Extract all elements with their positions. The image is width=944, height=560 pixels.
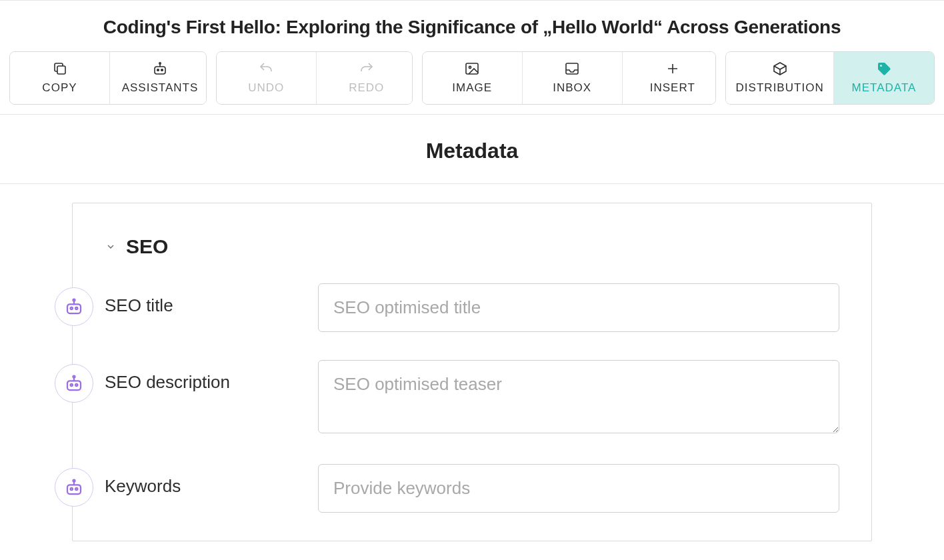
svg-point-11 xyxy=(73,299,75,301)
assistant-bubble-seo-title[interactable] xyxy=(55,287,93,326)
assistants-button[interactable]: ASSISTANTS xyxy=(110,52,207,104)
svg-rect-0 xyxy=(57,66,65,74)
seo-panel: SEO SEO title SEO description xyxy=(72,203,872,541)
image-icon xyxy=(463,60,481,77)
svg-point-14 xyxy=(75,384,77,386)
assistants-label: ASSISTANTS xyxy=(122,81,199,95)
section-header: Metadata xyxy=(0,115,944,184)
robot-icon xyxy=(64,297,84,317)
svg-point-2 xyxy=(157,69,159,71)
assistant-bubble-seo-description[interactable] xyxy=(55,364,93,403)
keywords-label: Keywords xyxy=(105,464,298,497)
distribution-button[interactable]: DISTRIBUTION xyxy=(726,52,834,104)
robot-icon xyxy=(64,477,84,497)
inbox-label: INBOX xyxy=(553,81,591,95)
copy-label: COPY xyxy=(42,81,77,95)
field-row-keywords: Keywords xyxy=(105,464,839,513)
title-bar: Coding's First Hello: Exploring the Sign… xyxy=(0,0,944,51)
assistant-bubble-keywords[interactable] xyxy=(55,468,93,507)
copy-button[interactable]: COPY xyxy=(10,52,110,104)
svg-point-17 xyxy=(71,488,73,490)
undo-label: UNDO xyxy=(248,81,284,95)
svg-point-13 xyxy=(71,384,73,386)
svg-rect-5 xyxy=(466,63,478,74)
toolbar: COPY ASSISTANTS UNDO REDO xyxy=(0,51,944,115)
package-icon xyxy=(771,60,789,77)
seo-group-title: SEO xyxy=(126,235,168,258)
svg-rect-12 xyxy=(67,381,81,390)
inbox-icon xyxy=(563,60,581,77)
seo-description-input[interactable] xyxy=(318,360,839,433)
svg-point-3 xyxy=(161,69,163,71)
svg-point-9 xyxy=(71,307,73,309)
section-title: Metadata xyxy=(0,139,944,163)
distribution-label: DISTRIBUTION xyxy=(736,81,824,95)
image-button[interactable]: IMAGE xyxy=(423,52,523,104)
chevron-down-icon xyxy=(105,241,117,253)
copy-icon xyxy=(51,60,69,77)
insert-button[interactable]: INSERT xyxy=(623,52,717,104)
undo-icon xyxy=(257,60,275,77)
svg-point-18 xyxy=(75,488,77,490)
redo-label: REDO xyxy=(349,81,384,95)
content-area: SEO SEO title SEO description xyxy=(0,184,944,560)
seo-title-input[interactable] xyxy=(318,283,839,332)
redo-icon xyxy=(358,60,375,77)
svg-point-19 xyxy=(73,480,75,482)
svg-point-4 xyxy=(159,63,161,64)
undo-button[interactable]: UNDO xyxy=(217,52,317,104)
svg-rect-1 xyxy=(155,67,165,74)
field-row-seo-description: SEO description xyxy=(105,360,839,436)
seo-title-label: SEO title xyxy=(105,283,298,316)
seo-description-label: SEO description xyxy=(105,360,298,393)
metadata-button[interactable]: METADATA xyxy=(834,52,934,104)
keywords-input[interactable] xyxy=(318,464,839,513)
robot-icon xyxy=(151,60,169,77)
redo-button[interactable]: REDO xyxy=(317,52,413,104)
svg-point-6 xyxy=(469,66,471,68)
document-title: Coding's First Hello: Exploring the Sign… xyxy=(13,17,931,38)
field-row-seo-title: SEO title xyxy=(105,283,839,332)
inbox-button[interactable]: INBOX xyxy=(523,52,623,104)
svg-rect-16 xyxy=(67,485,81,494)
plus-icon xyxy=(664,60,681,77)
tag-icon xyxy=(875,60,893,77)
image-label: IMAGE xyxy=(452,81,492,95)
svg-rect-8 xyxy=(67,304,81,313)
insert-label: INSERT xyxy=(650,81,695,95)
metadata-label: METADATA xyxy=(852,81,917,95)
seo-collapse-header[interactable]: SEO xyxy=(105,235,839,258)
svg-point-15 xyxy=(73,376,75,378)
robot-icon xyxy=(64,373,84,393)
svg-point-10 xyxy=(75,307,77,309)
